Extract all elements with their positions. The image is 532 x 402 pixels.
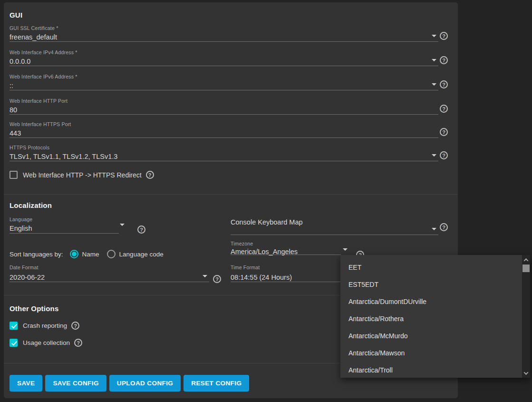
usage-collection-row: Usage collection <box>10 339 82 347</box>
help-icon[interactable] <box>146 171 154 179</box>
gui-ssl-certificate-select[interactable]: GUI SSL Certificate * freenas_default <box>10 25 438 42</box>
field-value: Console Keyboard Map <box>231 218 438 227</box>
help-icon[interactable] <box>74 339 82 347</box>
field-value: freenas_default <box>10 33 438 42</box>
field-row-language: Language English <box>10 216 152 234</box>
http-port-input[interactable]: Web Interface HTTP Port 80 <box>10 98 438 115</box>
help-icon[interactable] <box>213 275 221 283</box>
timezone-option[interactable]: EST5EDT <box>340 276 522 293</box>
dropdown-arrow-icon[interactable] <box>432 35 436 37</box>
timezone-option[interactable]: Antarctica/McMurdo <box>340 327 522 344</box>
crash-reporting-checkbox[interactable] <box>10 322 18 330</box>
help-icon[interactable] <box>440 223 448 231</box>
action-button-row: SAVE SAVE CONFIG UPLOAD CONFIG RESET CON… <box>10 375 249 392</box>
field-row-gui-ssl-certificate: GUI SSL Certificate * freenas_default <box>10 25 452 42</box>
field-row-timezone: Timezone America/Los_Angeles <box>231 241 373 255</box>
field-value: 80 <box>10 106 438 115</box>
crash-reporting-row: Crash reporting <box>10 322 79 330</box>
timezone-select[interactable]: Timezone America/Los_Angeles <box>231 241 341 255</box>
field-label: Timezone <box>231 241 341 247</box>
dropdown-arrow-icon[interactable] <box>432 59 436 61</box>
field-value: 0.0.0.0 <box>10 57 438 66</box>
dropdown-arrow-icon[interactable] <box>432 154 436 157</box>
help-icon[interactable] <box>137 226 145 234</box>
console-keyboard-map-select[interactable]: Console Keyboard Map <box>231 218 438 235</box>
https-port-input[interactable]: Web Interface HTTPS Port 443 <box>10 121 438 138</box>
help-icon[interactable] <box>440 32 448 40</box>
checkbox-label: Usage collection <box>23 339 70 346</box>
help-icon[interactable] <box>440 128 448 136</box>
sort-by-name-radio[interactable] <box>70 250 78 258</box>
field-label: Web Interface HTTPS Port <box>10 121 438 127</box>
field-value: America/Los_Angeles <box>231 247 341 256</box>
field-label: Web Interface IPv4 Address * <box>10 49 438 56</box>
help-icon[interactable] <box>440 80 448 88</box>
redirect-checkbox-row: Web Interface HTTP -> HTTPS Redirect <box>10 171 154 179</box>
field-value: 443 <box>10 129 438 138</box>
dropdown-arrow-icon[interactable] <box>203 275 207 277</box>
timezone-option[interactable]: Antarctica/Rothera <box>340 310 522 327</box>
language-select[interactable]: Language English <box>10 216 119 234</box>
localization-section-title: Localization <box>10 201 52 209</box>
upload-config-button[interactable]: UPLOAD CONFIG <box>109 375 181 392</box>
save-config-button[interactable]: SAVE CONFIG <box>45 375 106 392</box>
dropdown-arrow-icon[interactable] <box>120 224 125 226</box>
timezone-option-list: EET EST5EDT Antarctica/DumontDUrville An… <box>340 259 522 378</box>
gui-section-title: GUI <box>10 11 22 19</box>
radio-label: Name <box>82 251 99 258</box>
radio-label: Language code <box>119 251 164 258</box>
ipv6-address-select[interactable]: Web Interface IPv6 Address * :: <box>10 74 438 90</box>
help-icon[interactable] <box>71 322 79 330</box>
field-row-http-port: Web Interface HTTP Port 80 <box>10 98 452 115</box>
dropdown-arrow-icon[interactable] <box>343 248 348 251</box>
dropdown-arrow-icon[interactable] <box>432 83 436 86</box>
usage-collection-checkbox[interactable] <box>10 339 18 347</box>
timezone-option[interactable]: Antarctica/Mawson <box>340 344 522 362</box>
field-value: :: <box>10 81 438 90</box>
sort-languages-label: Sort languages by: <box>10 251 63 258</box>
timezone-option[interactable]: Antarctica/Troll <box>340 362 522 378</box>
field-row-https-port: Web Interface HTTPS Port 443 <box>10 121 452 138</box>
checkbox-label: Web Interface HTTP -> HTTPS Redirect <box>23 171 142 179</box>
help-icon[interactable] <box>440 56 448 64</box>
help-icon[interactable] <box>440 151 448 159</box>
field-value: TLSv1, TLSv1.1, TLSv1.2, TLSv1.3 <box>10 152 438 161</box>
field-row-ipv6-address: Web Interface IPv6 Address * :: <box>10 74 452 90</box>
scrollbar-thumb[interactable] <box>522 265 530 272</box>
date-format-select[interactable]: Date Format 2020-06-22 <box>10 265 209 282</box>
https-protocols-select[interactable]: HTTPS Protocols TLSv1, TLSv1.1, TLSv1.2,… <box>10 145 438 161</box>
field-label: GUI SSL Certificate * <box>10 25 438 31</box>
field-label: Web Interface IPv6 Address * <box>10 74 438 80</box>
timezone-option[interactable]: Antarctica/DumontDUrville <box>340 293 522 310</box>
field-row-date-format: Date Format 2020-06-22 <box>10 265 233 282</box>
field-value: English <box>10 224 119 233</box>
timezone-dropdown-panel: EET EST5EDT Antarctica/DumontDUrville An… <box>340 255 530 378</box>
dropdown-scrollbar[interactable] <box>522 255 530 378</box>
field-label: Language <box>10 216 119 223</box>
sort-languages-row: Sort languages by: Name Language code <box>10 250 168 258</box>
field-label: HTTPS Protocols <box>10 145 438 151</box>
scrollbar-down-icon[interactable] <box>522 369 530 377</box>
sort-by-language-code-radio[interactable] <box>107 250 116 258</box>
field-row-console-keyboard-map: Console Keyboard Map <box>231 216 449 235</box>
http-https-redirect-checkbox[interactable] <box>10 171 18 179</box>
field-label: Web Interface HTTP Port <box>10 98 438 104</box>
scrollbar-up-icon[interactable] <box>522 256 530 264</box>
field-label: Date Format <box>10 265 209 271</box>
field-row-https-protocols: HTTPS Protocols TLSv1, TLSv1.1, TLSv1.2,… <box>10 145 452 161</box>
field-row-ipv4-address: Web Interface IPv4 Address * 0.0.0.0 <box>10 49 452 66</box>
section-divider <box>4 194 458 195</box>
save-button[interactable]: SAVE <box>10 375 42 392</box>
ipv4-address-select[interactable]: Web Interface IPv4 Address * 0.0.0.0 <box>10 49 438 66</box>
help-icon[interactable] <box>440 105 448 113</box>
other-options-section-title: Other Options <box>10 304 58 313</box>
reset-config-button[interactable]: RESET CONFIG <box>184 375 249 392</box>
dropdown-arrow-icon[interactable] <box>432 228 436 230</box>
checkbox-label: Crash reporting <box>23 322 67 329</box>
field-value: 2020-06-22 <box>10 273 209 282</box>
timezone-option[interactable]: EET <box>340 259 522 276</box>
